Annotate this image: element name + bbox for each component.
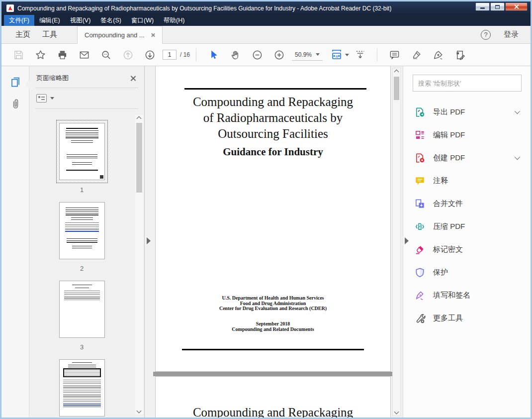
thumbnail-page-image [59,359,105,417]
panel-close-icon[interactable] [130,75,136,81]
menu-window[interactable]: 窗口(W) [126,15,159,26]
zoom-out-button[interactable] [246,46,268,64]
star-icon [35,49,46,61]
fill-sign-icon [414,290,426,301]
favorites-button[interactable] [29,46,51,64]
window-title: Compounding and Repackaging of Radiophar… [17,5,391,12]
pdf-page-2: Compounding and Repackaging [155,376,391,418]
arrow-up-circle-icon [122,49,134,61]
tool-create-pdf[interactable]: 创建 PDF [403,146,531,169]
sign-in-button[interactable]: 登录 [504,30,519,39]
toolbar-separator [196,48,196,61]
scroll-down-icon[interactable] [137,409,142,414]
panel-collapse-handle-right[interactable] [405,237,409,244]
page-thumbnails-icon [9,76,21,88]
thumbnail-options-button[interactable] [29,88,144,108]
page-number-input[interactable] [163,50,177,60]
tools-search-input[interactable] [413,75,522,92]
tab-tools[interactable]: 工具 [36,26,63,44]
close-icon [514,4,519,9]
horizontal-rule [184,88,366,90]
email-button[interactable] [73,46,95,64]
menu-sign[interactable]: 签名(S) [95,15,126,26]
thumbnail-panel-header: 页面缩略图 [29,66,144,88]
thumbnail-page-image [59,202,105,259]
more-tools-wrench-icon [414,313,426,324]
fit-width-dropdown[interactable]: A [331,49,349,61]
menu-view[interactable]: 视图(V) [65,15,96,26]
page-thumbnails-rail-button[interactable] [1,71,29,93]
tools-panel: 导出 PDF 编辑 PDF 创建 PDF 注释 [403,66,531,418]
hand-icon [230,49,241,61]
next-page-button[interactable] [139,46,161,64]
menu-bar: 文件(F) 编辑(E) 视图(V) 签名(S) 窗口(W) 帮助(H) [1,15,531,26]
date-block: September 2018 Compounding and Related D… [156,321,390,332]
organization-block: U.S. Department of Health and Human Serv… [156,296,390,312]
thumbnail-panel: 页面缩略图 [29,66,145,418]
pointer-icon [208,49,219,61]
protect-shield-icon [414,267,426,278]
minimize-button[interactable] [475,2,490,11]
zoom-in-button[interactable] [268,46,290,64]
save-button[interactable] [7,46,29,64]
page-thumbnail-3[interactable]: 3 [57,278,107,351]
scroll-down-icon[interactable] [394,410,399,415]
attachments-rail-button[interactable] [1,93,29,115]
panel-divider [35,108,138,109]
fit-width-icon: A [331,49,343,61]
help-icon[interactable]: ? [481,30,491,40]
scroll-up-icon[interactable] [394,70,399,75]
scroll-up-icon[interactable] [137,116,142,121]
chevron-down-icon [316,53,320,56]
options-list-icon [36,94,47,103]
print-button[interactable] [51,46,73,64]
page-thumbnail-2[interactable]: 2 [57,200,107,272]
toolbar-separator [377,48,377,61]
thumbnail-scrollbar[interactable] [135,115,143,415]
tool-protect[interactable]: 保护 [403,261,531,284]
menu-edit[interactable]: 编辑(E) [34,15,65,26]
stamp-edit-button[interactable] [449,46,471,64]
tool-comment[interactable]: 注释 [403,169,531,192]
tool-more-tools[interactable]: 更多工具 [403,307,531,329]
chevron-down-icon [515,108,520,114]
compress-pdf-icon [414,221,426,232]
tool-export-pdf[interactable]: 导出 PDF [403,101,531,123]
thumbnail-panel-title: 页面缩略图 [36,74,69,83]
zoom-level-dropdown[interactable]: 50.9% [292,49,323,61]
tool-combine-files[interactable]: 合并文件 [403,192,531,215]
scroll-mode-button[interactable] [349,46,371,64]
tool-compress-pdf[interactable]: 压缩 PDF [403,215,531,238]
tab-close-icon[interactable] [151,33,155,37]
tab-document[interactable]: Compounding and ... [77,26,163,44]
highlight-button[interactable] [405,46,427,64]
page-thumbnail-4[interactable]: 4 [57,357,107,418]
tool-fill-and-sign[interactable]: 填写和签名 [403,284,531,307]
fill-sign-button[interactable] [427,46,449,64]
search-button[interactable] [95,46,117,64]
page-thumbnail-1[interactable]: 1 [56,120,108,194]
document-scrollbar[interactable] [392,68,401,416]
printer-icon [57,49,68,61]
close-button[interactable] [505,2,528,11]
menu-help[interactable]: 帮助(H) [159,15,189,26]
select-tool-button[interactable] [202,46,224,64]
tool-redact[interactable]: 标记密文 [403,238,531,261]
search-icon [100,49,112,61]
scrollbar-thumb[interactable] [136,123,142,193]
previous-page-button[interactable] [117,46,139,64]
document-pencil-icon [454,49,466,61]
maximize-icon [495,5,500,9]
next-page-title: Compounding and Repackaging [156,406,390,418]
document-tab-label: Compounding and ... [85,31,145,39]
hand-tool-button[interactable] [224,46,246,64]
svg-text:A: A [336,55,338,58]
scrollbar-thumb[interactable] [394,77,399,100]
menu-file[interactable]: 文件(F) [4,15,34,26]
comment-button[interactable] [383,46,405,64]
panel-collapse-handle-left[interactable] [147,237,151,244]
tool-edit-pdf[interactable]: 编辑 PDF [403,123,531,146]
comment-icon [414,175,426,187]
maximize-button[interactable] [490,2,505,11]
tab-home[interactable]: 主页 [9,26,36,44]
